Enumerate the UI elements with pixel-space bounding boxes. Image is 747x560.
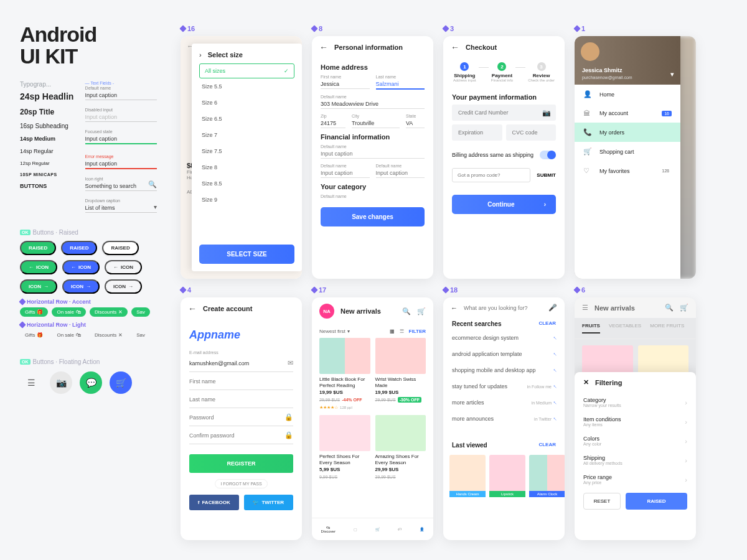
list-icon[interactable]: ☰ <box>400 329 404 334</box>
step-review[interactable]: 3ReviewCheck the order <box>525 62 557 82</box>
tag-save-lt[interactable]: Sav <box>131 330 150 340</box>
product-card[interactable]: Little Black Book For Perfect Reading 19… <box>319 338 370 410</box>
recent-item[interactable]: shopping mobile and desktop app↑ <box>443 362 565 378</box>
tf-dropdown[interactable] <box>85 203 157 213</box>
state-input[interactable] <box>406 119 425 128</box>
product-card[interactable]: Wrist Watch Swiss Made 19,99 $US 29,99 $… <box>375 338 426 410</box>
nav-2[interactable]: ▢ <box>354 527 357 531</box>
recent-item[interactable]: ecommerce design system↑ <box>443 330 565 346</box>
tab-more[interactable]: MORE FRUITS <box>650 323 684 334</box>
last-viewed-item[interactable]: Hands Cream <box>449 455 486 497</box>
drawer-cart[interactable]: 🛒Shopping cart <box>575 142 680 161</box>
tab-fruits[interactable]: FRUITS <box>582 323 600 334</box>
close-icon[interactable]: ✕ <box>583 378 589 386</box>
drawer-account[interactable]: 🏛My account16 <box>575 104 680 123</box>
recent-item[interactable]: stay tuned for updatesin Follow me ↑ <box>443 378 565 394</box>
confirm-password-input[interactable] <box>189 427 293 444</box>
exp-input[interactable] <box>452 124 502 141</box>
raised-green[interactable]: RAISED <box>20 241 56 255</box>
tag-gifts-lt[interactable]: Gifts 🎁 <box>20 330 48 340</box>
lastname-input[interactable] <box>189 391 293 408</box>
cvc-input[interactable] <box>506 124 557 141</box>
size-item[interactable]: Size 8.5 <box>199 175 294 192</box>
fin-input-2[interactable] <box>321 169 370 178</box>
filter-link[interactable]: FILTER <box>409 329 426 334</box>
back-icon[interactable]: ← <box>188 304 197 314</box>
drawer-favorites[interactable]: ♡My favorites128 <box>575 161 680 180</box>
icon-btn-green-r[interactable]: ICON→ <box>20 279 57 294</box>
fab-camera[interactable]: 📷 <box>50 371 72 394</box>
search-input[interactable] <box>464 305 542 311</box>
select-size-button[interactable]: SELECT SIZE <box>199 245 294 264</box>
mic-icon[interactable]: 🎤 <box>548 304 557 312</box>
tf-search[interactable] <box>85 182 157 191</box>
recent-item[interactable]: more articlesin Medium ↑ <box>443 394 565 411</box>
raised-blue[interactable]: RAISED <box>61 241 97 255</box>
firstname-input[interactable] <box>189 373 293 390</box>
tag-onsale[interactable]: On sale 🛍 <box>52 307 86 317</box>
avatar[interactable] <box>581 42 599 61</box>
facebook-button[interactable]: fFACEBOOK <box>189 495 239 510</box>
cart-icon[interactable]: 🛒 <box>417 307 426 315</box>
size-item[interactable]: Size 9 <box>199 192 294 208</box>
drawer-orders[interactable]: 📞My orders <box>575 123 680 142</box>
clear-link[interactable]: CLEAR <box>538 320 556 327</box>
forgot-link[interactable]: I FORGOT MY PASS <box>215 479 267 488</box>
nav-tag[interactable]: 🏷 <box>398 528 402 531</box>
size-item[interactable]: Size 7.5 <box>199 143 294 159</box>
step-payment[interactable]: 2PaymentFinancial info <box>489 62 515 82</box>
filter-shipping[interactable]: ShippingAll delivery methods› <box>583 450 687 470</box>
password-input[interactable] <box>189 409 293 426</box>
last-viewed-item[interactable]: Lipstick <box>489 455 525 497</box>
back-icon[interactable]: ← <box>319 42 328 52</box>
fab-chat[interactable]: 💬 <box>80 371 102 394</box>
tag-gifts[interactable]: Gifts 🎁 <box>20 307 48 317</box>
icon-btn-blue-r[interactable]: ICON→ <box>62 279 100 294</box>
recent-item[interactable]: more announcesin Twitter ↑ <box>443 411 565 427</box>
raised-white[interactable]: RAISED <box>102 241 138 255</box>
size-item[interactable]: Size 6 <box>199 95 294 111</box>
apply-button[interactable]: RAISED <box>626 493 687 510</box>
menu-icon[interactable]: ☰ <box>582 304 588 312</box>
recent-item[interactable]: android application template↑ <box>443 346 565 362</box>
fab-cart[interactable]: 🛒 <box>110 371 132 394</box>
tag-onsale-lt[interactable]: On sale 🛍 <box>52 330 86 340</box>
tf-default[interactable] <box>85 91 157 100</box>
filter-category[interactable]: CategoryNarrow your results› <box>583 393 687 412</box>
icon-btn-blue[interactable]: ←ICON <box>62 260 100 274</box>
icon-btn-flat[interactable]: ←ICON <box>105 260 142 274</box>
chevron-right-icon[interactable]: › <box>199 51 202 58</box>
tag-discounts-lt[interactable]: Discounts ✕ <box>90 330 128 340</box>
email-input[interactable] <box>189 355 293 372</box>
tf-error[interactable] <box>85 159 157 169</box>
address-input[interactable] <box>321 100 425 109</box>
nav-discover[interactable]: 🛍Discover <box>321 526 336 533</box>
tab-vegetables[interactable]: VEGETABLES <box>609 323 641 334</box>
drawer-home[interactable]: 👤Home <box>575 85 680 104</box>
fab-list[interactable]: ☰ <box>20 371 42 394</box>
icon-btn-flat-r[interactable]: ICON→ <box>105 279 142 294</box>
city-input[interactable] <box>352 119 400 128</box>
save-changes-button[interactable]: Save changes <box>321 207 425 226</box>
product-card[interactable]: Amazing Shoes For Every Season 29,99 $US… <box>375 415 426 480</box>
cart-icon[interactable]: 🛒 <box>680 304 688 312</box>
size-all[interactable]: All sizes✓ <box>199 63 294 78</box>
billing-toggle[interactable] <box>540 151 556 159</box>
size-item[interactable]: Size 8 <box>199 159 294 175</box>
last-name-input[interactable] <box>376 80 425 90</box>
tag-discounts[interactable]: Discounts ✕ <box>90 307 128 317</box>
tf-focused[interactable] <box>85 134 157 144</box>
search-icon[interactable]: 🔍 <box>665 304 674 312</box>
size-item[interactable]: Size 5.5 <box>199 78 294 95</box>
filter-conditions[interactable]: Item conditionsAny items› <box>583 412 687 431</box>
filter-colors[interactable]: ColorsAny color› <box>583 431 687 450</box>
back-icon[interactable]: ← <box>451 304 458 312</box>
size-item[interactable]: Size 7 <box>199 127 294 143</box>
filter-price[interactable]: Price rangeAny price› <box>583 470 687 489</box>
icon-btn-green[interactable]: ←ICON <box>20 260 57 274</box>
fin-input-1[interactable] <box>321 149 425 159</box>
size-item[interactable]: Size 6.5 <box>199 111 294 127</box>
clear-link[interactable]: CLEAR <box>538 442 556 449</box>
last-viewed-item[interactable]: Alarm Clock <box>529 455 565 497</box>
back-icon[interactable]: ← <box>451 42 459 52</box>
